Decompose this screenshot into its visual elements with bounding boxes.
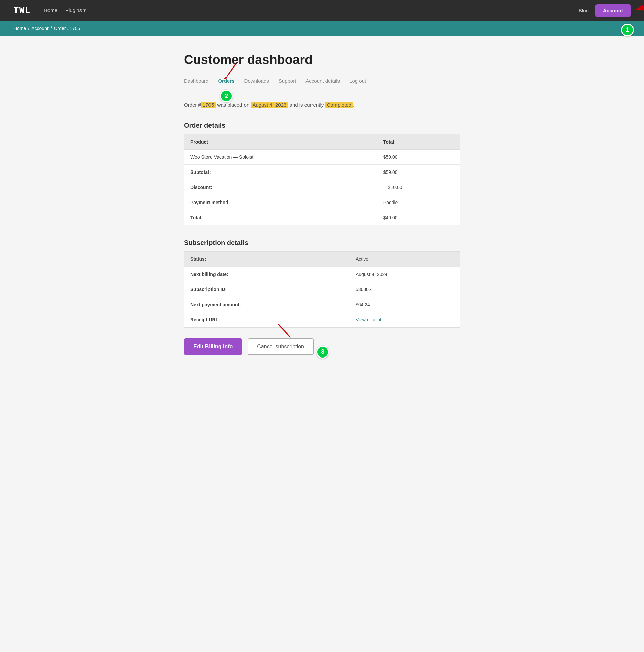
nav-blog[interactable]: Blog <box>579 8 589 13</box>
order-prefix: Order # <box>184 102 201 108</box>
sub-payment-amount-row: Next payment amount: $64.24 <box>184 297 460 312</box>
order-period: . <box>353 102 354 108</box>
total-label: Total: <box>184 210 377 225</box>
sub-receipt-value: View receipt <box>349 312 460 327</box>
payment-method-value: Paddle <box>377 195 460 210</box>
subtotal-label: Subtotal: <box>184 164 377 180</box>
discount-value: —$10.00 <box>377 180 460 195</box>
navbar-right: Blog Account 1 <box>579 4 631 17</box>
account-button[interactable]: Account <box>595 4 631 17</box>
order-details-heading: Order details <box>184 121 460 129</box>
sub-billing-date-label: Next billing date: <box>184 267 349 282</box>
breadcrumb-home[interactable]: Home <box>13 26 26 31</box>
breadcrumb-account[interactable]: Account <box>31 26 49 31</box>
subtotal-value: $59.00 <box>377 164 460 180</box>
sub-payment-amount-label: Next payment amount: <box>184 297 349 312</box>
circle-annotation-3: 3 <box>316 346 329 358</box>
discount-label: Discount: <box>184 180 377 195</box>
cancel-subscription-button[interactable]: Cancel subscription <box>248 338 314 355</box>
sub-payment-amount-value: $64.24 <box>349 297 460 312</box>
circle-annotation-2: 2 <box>220 90 233 103</box>
navbar: TWL Home Plugins ▾ Blog Account 1 <box>0 0 644 21</box>
sub-receipt-label: Receipt URL: <box>184 312 349 327</box>
nav-home[interactable]: Home <box>44 7 57 13</box>
discount-row: Discount: —$10.00 <box>184 180 460 195</box>
sub-status-value: Active <box>349 251 460 267</box>
action-buttons: Edit Billing Info Cancel subscription 3 <box>184 338 460 355</box>
tab-arrow-annotation <box>224 61 241 80</box>
breadcrumb-sep-2: / <box>51 26 52 31</box>
main-content: Customer dashboard Dashboard Orders 2 Do… <box>170 36 474 382</box>
order-number: 1705 <box>201 102 216 108</box>
product-total: $59.00 <box>377 149 460 164</box>
site-logo[interactable]: TWL <box>13 5 30 16</box>
order-date: August 4, 2023 <box>251 102 288 108</box>
tab-logout[interactable]: Log out <box>349 78 366 87</box>
subscription-details-table: Status: Active Next billing date: August… <box>184 251 460 327</box>
breadcrumb-sep-1: / <box>28 26 29 31</box>
cancel-btn-wrapper: Cancel subscription 3 <box>248 338 314 355</box>
subtotal-row: Subtotal: $59.00 <box>184 164 460 180</box>
total-row: Total: $49.00 <box>184 210 460 225</box>
subscription-details-heading: Subscription details <box>184 239 460 247</box>
sub-id-label: Subscription ID: <box>184 282 349 297</box>
circle-annotation-1: 1 <box>621 24 634 36</box>
sub-status-label: Status: <box>184 251 349 267</box>
breadcrumb-bar: Home / Account / Order #1705 <box>0 21 644 36</box>
payment-method-label: Payment method: <box>184 195 377 210</box>
tab-dashboard[interactable]: Dashboard <box>184 78 208 87</box>
order-mid-text: was placed on <box>217 102 251 108</box>
arrow-annotation-1 <box>634 5 644 16</box>
col-total-header: Total <box>377 134 460 149</box>
tab-account-details[interactable]: Account details <box>306 78 340 87</box>
tabs-container: Dashboard Orders 2 Downloads Support Acc… <box>184 78 460 87</box>
table-row: Woo Store Vacation — Soloist $59.00 <box>184 149 460 164</box>
sub-billing-date-row: Next billing date: August 4, 2024 <box>184 267 460 282</box>
col-product-header: Product <box>184 134 377 149</box>
sub-status-row: Status: Active <box>184 251 460 267</box>
view-receipt-link[interactable]: View receipt <box>356 317 381 323</box>
payment-method-row: Payment method: Paddle <box>184 195 460 210</box>
breadcrumb-order: Order #1705 <box>54 26 81 31</box>
tab-support[interactable]: Support <box>279 78 297 87</box>
nav-plugins[interactable]: Plugins ▾ <box>65 7 86 13</box>
tab-orders[interactable]: Orders <box>218 78 234 87</box>
product-name: Woo Store Vacation — Soloist <box>184 149 377 164</box>
edit-billing-button[interactable]: Edit Billing Info <box>184 338 242 355</box>
cancel-arrow-annotation <box>275 323 293 340</box>
sub-id-value: 536802 <box>349 282 460 297</box>
sub-receipt-row: Receipt URL: View receipt <box>184 312 460 327</box>
sub-billing-date-value: August 4, 2024 <box>349 267 460 282</box>
account-button-wrapper: Account <box>595 4 631 17</box>
total-value: $49.00 <box>377 210 460 225</box>
order-suffix: and is currently <box>290 102 325 108</box>
nav-links: Home Plugins ▾ <box>44 7 579 13</box>
tab-downloads[interactable]: Downloads <box>244 78 269 87</box>
order-details-table: Product Total Woo Store Vacation — Soloi… <box>184 134 460 225</box>
sub-id-row: Subscription ID: 536802 <box>184 282 460 297</box>
tab-orders-wrapper: Orders 2 <box>218 78 234 87</box>
order-status: Completed <box>325 102 353 108</box>
tab-content: Order #1705 was placed on August 4, 2023… <box>184 101 460 355</box>
